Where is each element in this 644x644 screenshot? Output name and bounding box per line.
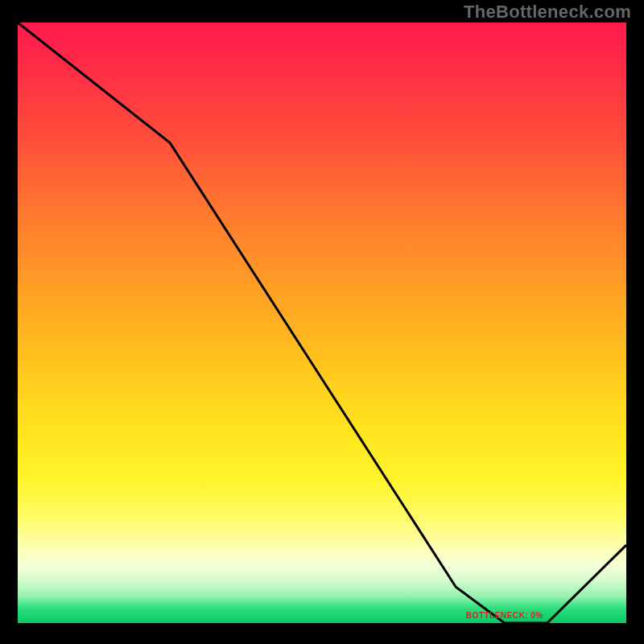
chart-svg <box>18 23 626 623</box>
watermark-text: TheBottleneck.com <box>464 2 631 23</box>
chart-container: TheBottleneck.com BOTTLENECK: 0% <box>0 0 644 644</box>
bottleneck-annotation: BOTTLENECK: 0% <box>466 610 543 619</box>
chart-line <box>18 23 626 623</box>
plot-area: BOTTLENECK: 0% <box>18 23 626 623</box>
